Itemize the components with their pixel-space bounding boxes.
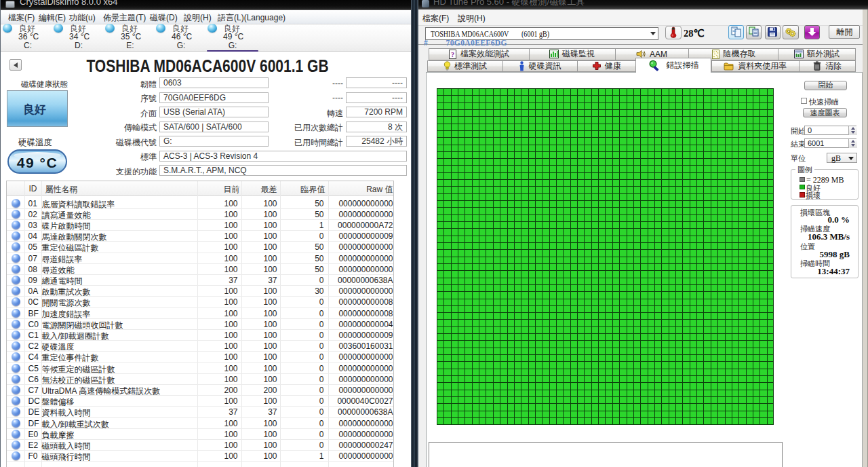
svg-text:?: ? (451, 50, 454, 58)
